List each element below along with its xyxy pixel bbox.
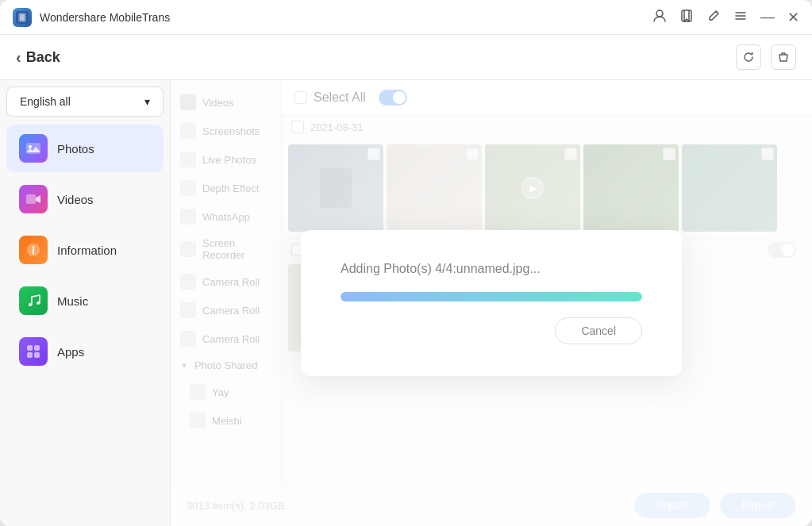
svg-rect-14 [27,345,33,351]
delete-button[interactable] [771,44,796,70]
information-icon [19,236,48,264]
back-arrow-icon: ‹ [16,48,21,67]
modal-actions: Cancel [341,317,642,344]
header: ‹ Back [0,35,812,80]
title-bar-left: Wondershare MobileTrans [13,8,170,27]
close-button[interactable]: ✕ [787,9,799,26]
sidebar-item-videos[interactable]: Videos [6,175,164,223]
menu-icon[interactable] [733,9,748,26]
back-button[interactable]: ‹ Back [16,48,60,67]
app-window: Wondershare MobileTrans — ✕ ‹ Back [0,0,812,526]
sidebar-item-information[interactable]: Information [6,226,164,274]
minimize-button[interactable]: — [760,9,775,25]
sidebar-label-photos: Photos [57,142,94,155]
back-label: Back [26,49,60,66]
svg-point-13 [37,301,40,305]
app-icon [13,8,32,27]
svg-rect-17 [34,352,40,358]
modal-message: Adding Photo(s) 4/4:unnamed.jpg... [341,262,642,276]
header-actions [736,44,796,70]
progress-bar-container [341,292,642,301]
language-label: English all [20,95,71,108]
app-title: Wondershare MobileTrans [40,11,170,24]
music-icon [19,286,48,315]
content-area: Videos Screenshots Live Photos Depth Eff… [171,80,812,526]
language-dropdown[interactable]: English all ▾ [6,86,164,117]
svg-point-3 [656,10,663,17]
svg-rect-16 [27,352,33,358]
edit-icon[interactable] [706,9,721,26]
svg-rect-2 [20,14,25,21]
bookmark-icon[interactable] [679,9,694,26]
sidebar-label-music: Music [57,294,88,308]
svg-point-12 [29,303,32,306]
sidebar-label-apps: Apps [57,345,84,359]
sidebar-item-apps[interactable]: Apps [6,328,164,375]
title-bar-controls: — ✕ [652,9,799,26]
sidebar-label-information: Information [57,244,117,257]
progress-bar-fill [341,292,642,301]
videos-icon [19,185,48,213]
photos-icon [19,134,48,163]
sidebar-label-videos: Videos [57,193,94,206]
account-icon[interactable] [652,9,667,26]
progress-modal: Adding Photo(s) 4/4:unnamed.jpg... Cance… [301,230,682,376]
cancel-button[interactable]: Cancel [555,317,642,344]
refresh-button[interactable] [736,44,761,70]
svg-rect-15 [34,345,40,351]
dropdown-arrow-icon: ▾ [144,95,150,108]
sidebar-item-photos[interactable]: Photos [6,125,164,172]
apps-icon [19,337,48,366]
modal-overlay: Adding Photo(s) 4/4:unnamed.jpg... Cance… [171,80,812,526]
sidebar-item-music[interactable]: Music [6,277,164,324]
main-content: English all ▾ Photos Videos Informat [0,80,812,526]
svg-rect-10 [26,194,36,204]
title-bar: Wondershare MobileTrans — ✕ [0,0,812,35]
sidebar: English all ▾ Photos Videos Informat [0,80,171,526]
svg-point-9 [29,145,32,148]
